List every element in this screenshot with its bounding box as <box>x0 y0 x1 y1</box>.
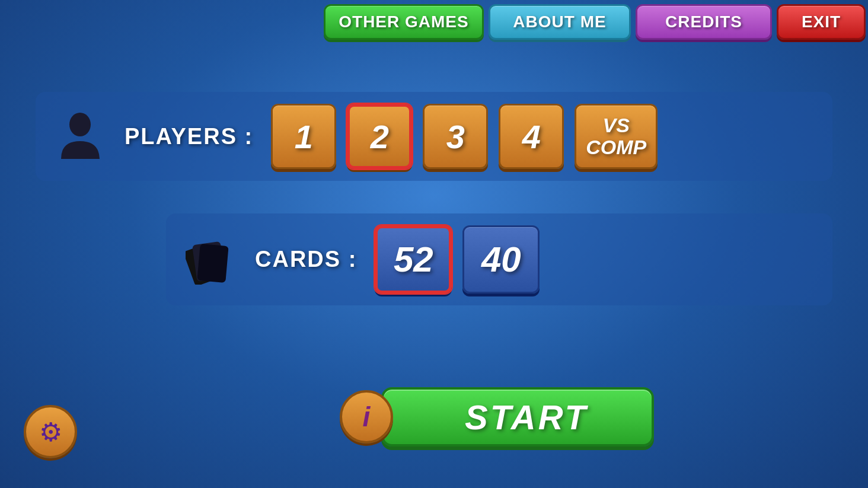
top-navigation: OTHER GAMES ABOUT ME CREDITS EXIT <box>0 0 868 44</box>
cards-52-button[interactable]: 52 <box>375 225 452 294</box>
player-vscomp-button[interactable]: VSCOMP <box>575 104 658 169</box>
cards-icon <box>184 233 237 286</box>
credits-button[interactable]: CREDITS <box>636 4 772 40</box>
cards-section: CARDS : 52 40 <box>166 213 832 305</box>
other-games-button[interactable]: OTHER GAMES <box>324 4 484 40</box>
svg-point-0 <box>69 113 91 136</box>
start-button[interactable]: START <box>381 387 654 446</box>
player-1-button[interactable]: 1 <box>271 104 336 169</box>
player-4-button[interactable]: 4 <box>499 104 564 169</box>
card-buttons-group: 52 40 <box>375 225 540 294</box>
player-2-button[interactable]: 2 <box>347 104 412 169</box>
info-icon: i <box>363 401 371 433</box>
cards-label: CARDS : <box>255 247 357 272</box>
info-button[interactable]: i <box>340 390 393 444</box>
settings-button[interactable]: ⚙ <box>24 405 77 458</box>
exit-button[interactable]: EXIT <box>777 4 866 40</box>
start-section: i START <box>340 387 654 446</box>
about-me-button[interactable]: ABOUT ME <box>489 4 631 40</box>
players-section: PLAYERS : 1 2 3 4 VSCOMP <box>36 92 832 181</box>
svg-rect-3 <box>197 244 228 283</box>
player-3-button[interactable]: 3 <box>423 104 488 169</box>
player-icon <box>53 110 107 163</box>
cards-40-button[interactable]: 40 <box>462 225 540 294</box>
player-buttons-group: 1 2 3 4 VSCOMP <box>271 104 658 169</box>
gear-icon: ⚙ <box>39 417 62 447</box>
players-label: PLAYERS : <box>125 124 253 149</box>
